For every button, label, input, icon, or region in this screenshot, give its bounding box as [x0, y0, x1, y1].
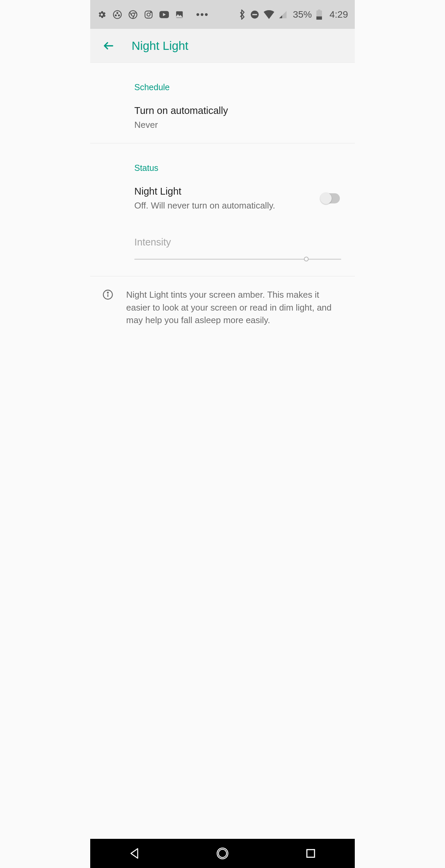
back-button[interactable]	[102, 40, 115, 52]
status-bar-right: 35% 4:29	[238, 9, 348, 20]
slider-thumb[interactable]	[304, 257, 309, 261]
section-header-status: Status	[90, 143, 355, 173]
instagram-icon	[144, 10, 153, 19]
svg-point-18	[108, 292, 109, 293]
do-not-disturb-icon	[250, 10, 259, 19]
cell-signal-icon	[278, 10, 287, 19]
svg-point-8	[150, 12, 151, 13]
status-bar-left: •••	[97, 9, 209, 20]
pref-title: Turn on automatically	[134, 105, 345, 116]
app-bar: Night Light	[90, 29, 355, 63]
bluetooth-icon	[238, 9, 246, 20]
pref-summary: Off. Will never turn on automatically.	[134, 200, 315, 211]
status-clock: 4:29	[330, 9, 348, 20]
svg-point-1	[115, 15, 116, 16]
svg-point-7	[147, 13, 150, 16]
pref-title: Night Light	[134, 186, 315, 197]
intensity-slider[interactable]	[134, 259, 341, 260]
page-title: Night Light	[132, 39, 188, 53]
pref-intensity: Intensity	[90, 224, 355, 251]
more-icon: •••	[196, 9, 209, 20]
pref-title: Intensity	[134, 237, 345, 248]
night-light-switch[interactable]	[322, 193, 340, 203]
battery-icon	[316, 9, 322, 20]
svg-rect-12	[252, 14, 257, 15]
pref-turn-on-automatically[interactable]: Turn on automatically Never	[90, 92, 355, 143]
nav-home-button[interactable]	[215, 846, 230, 861]
settings-icon	[97, 10, 107, 19]
android-status-bar: ••• 35% 4:29	[90, 0, 355, 29]
android-nav-bar	[90, 839, 355, 868]
nav-recents-button[interactable]	[304, 846, 318, 861]
svg-point-3	[117, 12, 118, 13]
svg-rect-15	[316, 16, 322, 20]
pref-summary: Never	[134, 120, 345, 130]
section-header-schedule: Schedule	[90, 63, 355, 92]
svg-rect-21	[307, 850, 315, 857]
intensity-slider-row	[90, 251, 355, 276]
info-text: Night Light tints your screen amber. Thi…	[126, 289, 345, 327]
svg-point-0	[113, 11, 121, 18]
youtube-icon	[159, 11, 169, 18]
group-icon	[113, 10, 122, 19]
info-row: Night Light tints your screen amber. Thi…	[90, 276, 355, 339]
svg-rect-14	[318, 9, 320, 11]
settings-content: Schedule Turn on automatically Never Sta…	[90, 63, 355, 839]
chrome-icon	[128, 10, 138, 19]
switch-knob	[320, 193, 332, 204]
nav-back-button[interactable]	[127, 846, 141, 861]
pref-night-light-toggle[interactable]: Night Light Off. Will never turn on auto…	[90, 173, 355, 224]
wifi-icon	[264, 10, 274, 19]
info-icon	[102, 289, 113, 300]
gallery-icon	[175, 10, 184, 19]
svg-point-20	[218, 849, 227, 857]
battery-percent: 35%	[293, 9, 312, 20]
svg-point-2	[118, 15, 119, 16]
